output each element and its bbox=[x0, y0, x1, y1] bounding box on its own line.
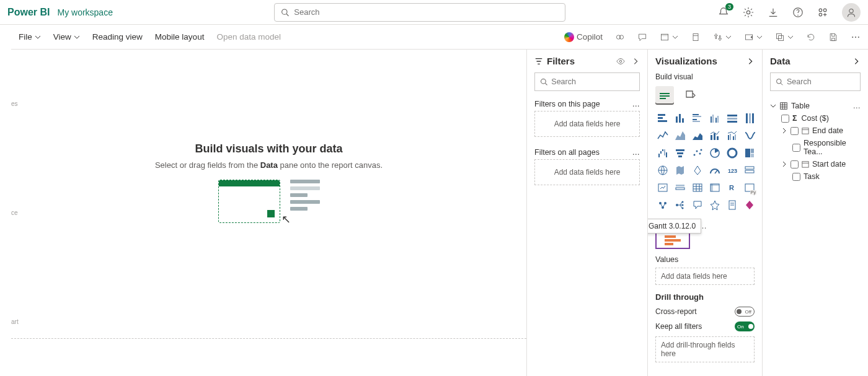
file-menu[interactable]: File bbox=[19, 32, 41, 42]
filters-page-more[interactable]: … bbox=[632, 100, 640, 108]
field-cost-checkbox[interactable] bbox=[781, 115, 789, 123]
azure-map-icon[interactable] bbox=[690, 163, 705, 178]
data-search-input[interactable] bbox=[787, 77, 855, 86]
keep-filters-toggle[interactable]: On bbox=[735, 321, 755, 331]
table-node[interactable]: Table … bbox=[770, 100, 861, 112]
mobile-layout-button[interactable]: Mobile layout bbox=[155, 32, 205, 42]
main-area: esceart Build visuals with your data Sel… bbox=[11, 50, 868, 376]
field-end-date[interactable]: End date bbox=[770, 125, 861, 137]
field-end-date-checkbox[interactable] bbox=[790, 127, 799, 135]
comment-icon[interactable] bbox=[637, 32, 647, 42]
build-visual-tab[interactable] bbox=[655, 86, 674, 105]
treemap-icon[interactable] bbox=[742, 146, 757, 160]
filters-search-input[interactable] bbox=[551, 77, 634, 86]
data-search[interactable] bbox=[770, 72, 861, 91]
qa-visual-icon[interactable] bbox=[690, 198, 705, 212]
card-icon[interactable]: 123 bbox=[725, 163, 740, 178]
svg-rect-25 bbox=[660, 95, 670, 97]
kpi-icon[interactable] bbox=[655, 180, 670, 195]
filters-search[interactable] bbox=[534, 72, 640, 91]
drill-through-drop[interactable]: Add drill-through fields here bbox=[655, 336, 755, 362]
python-visual-icon[interactable]: Py bbox=[742, 180, 757, 195]
collapse-filters-icon[interactable] bbox=[631, 57, 640, 66]
table-icon[interactable] bbox=[690, 180, 705, 195]
subscribe-menu[interactable] bbox=[660, 32, 678, 42]
field-task[interactable]: Task bbox=[770, 170, 861, 183]
waterfall-chart-icon[interactable] bbox=[655, 146, 670, 160]
more-icon[interactable] bbox=[851, 32, 861, 42]
line-clustered-column-icon[interactable] bbox=[725, 128, 740, 143]
share-menu[interactable] bbox=[775, 32, 794, 42]
decomposition-tree-icon[interactable] bbox=[673, 198, 688, 212]
r-visual-icon[interactable]: R bbox=[725, 180, 740, 195]
filters-all-more[interactable]: … bbox=[632, 148, 640, 157]
smart-narrative-icon[interactable] bbox=[707, 198, 722, 212]
donut-chart-icon[interactable] bbox=[725, 146, 740, 160]
ribbon-chart-icon[interactable] bbox=[742, 128, 757, 143]
collapse-data-icon[interactable] bbox=[852, 57, 861, 66]
filters-all-drop[interactable]: Add data fields here bbox=[534, 159, 640, 185]
field-cost[interactable]: Σ Cost ($) bbox=[770, 112, 861, 125]
explore-icon[interactable] bbox=[615, 32, 625, 42]
left-truncated-labels: esceart bbox=[11, 50, 20, 376]
user-avatar[interactable] bbox=[842, 3, 861, 22]
funnel-chart-icon[interactable] bbox=[673, 146, 688, 160]
sync-slicers-menu[interactable] bbox=[713, 32, 732, 42]
values-drop[interactable]: Add data fields here bbox=[655, 268, 755, 285]
stacked-bar-chart-icon[interactable] bbox=[655, 111, 670, 126]
filters-page-drop[interactable]: Add data fields here bbox=[534, 111, 640, 137]
svg-rect-48 bbox=[714, 133, 715, 140]
field-start-date[interactable]: Start date bbox=[770, 158, 861, 170]
save-icon[interactable] bbox=[828, 32, 838, 42]
slicer-icon[interactable] bbox=[673, 180, 688, 195]
format-visual-tab[interactable] bbox=[681, 86, 700, 105]
line-chart-icon[interactable] bbox=[655, 128, 670, 143]
cross-report-toggle[interactable]: Off bbox=[735, 307, 755, 317]
clustered-column-chart-icon[interactable] bbox=[707, 111, 722, 126]
stacked-column-100-icon[interactable] bbox=[742, 111, 757, 126]
power-apps-icon[interactable] bbox=[742, 198, 757, 212]
collapse-viz-icon[interactable] bbox=[746, 57, 755, 66]
help-icon[interactable] bbox=[792, 7, 804, 18]
report-canvas[interactable]: esceart Build visuals with your data Sel… bbox=[11, 50, 527, 376]
filled-map-icon[interactable] bbox=[673, 163, 688, 178]
svg-rect-55 bbox=[660, 151, 662, 154]
notifications-icon[interactable]: 3 bbox=[718, 7, 729, 18]
global-search-input[interactable] bbox=[294, 7, 559, 17]
field-task-checkbox[interactable] bbox=[792, 173, 800, 181]
pie-chart-icon[interactable] bbox=[707, 146, 722, 160]
scatter-chart-icon[interactable] bbox=[690, 146, 705, 160]
apps-icon[interactable] bbox=[817, 7, 828, 18]
stacked-area-chart-icon[interactable] bbox=[690, 128, 705, 143]
field-responsible-team[interactable]: Responsible Tea... bbox=[770, 137, 861, 158]
bookmark-panel-icon[interactable] bbox=[691, 32, 701, 42]
global-search[interactable] bbox=[274, 3, 565, 22]
gauge-icon[interactable] bbox=[707, 163, 722, 178]
copilot-button[interactable]: Copilot bbox=[564, 32, 603, 42]
map-icon[interactable] bbox=[655, 163, 670, 178]
field-start-date-checkbox[interactable] bbox=[790, 160, 799, 168]
stacked-column-chart-icon[interactable] bbox=[673, 111, 688, 126]
export-menu[interactable] bbox=[744, 32, 763, 42]
download-icon[interactable] bbox=[768, 7, 779, 18]
line-stacked-column-icon[interactable] bbox=[707, 128, 722, 143]
table-more-icon[interactable]: … bbox=[853, 102, 861, 110]
clustered-bar-chart-icon[interactable] bbox=[690, 111, 705, 126]
svg-point-19 bbox=[855, 36, 856, 37]
view-menu[interactable]: View bbox=[53, 32, 80, 42]
workspace-name[interactable]: My workspace bbox=[57, 7, 112, 17]
preview-icon[interactable] bbox=[616, 57, 625, 66]
canvas-title: Build visuals with your data bbox=[195, 142, 342, 155]
paginated-report-icon[interactable] bbox=[725, 198, 740, 212]
reading-view-button[interactable]: Reading view bbox=[92, 32, 143, 42]
svg-line-72 bbox=[715, 170, 717, 173]
multi-row-card-icon[interactable] bbox=[742, 163, 757, 178]
key-influencers-icon[interactable] bbox=[655, 198, 670, 212]
refresh-icon[interactable] bbox=[806, 32, 816, 42]
matrix-icon[interactable] bbox=[707, 180, 722, 195]
settings-icon[interactable] bbox=[743, 7, 754, 18]
area-chart-icon[interactable] bbox=[673, 128, 688, 143]
gantt-visual-selected[interactable] bbox=[655, 231, 690, 249]
field-team-checkbox[interactable] bbox=[792, 144, 800, 152]
stacked-bar-100-icon[interactable] bbox=[725, 111, 740, 126]
